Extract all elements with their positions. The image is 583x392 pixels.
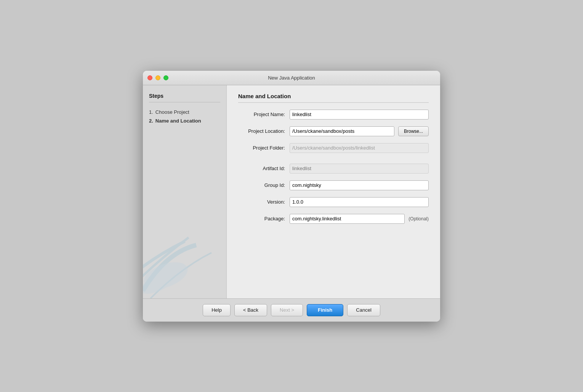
- package-row: Package: (Optional): [238, 214, 429, 224]
- package-label: Package:: [238, 216, 290, 221]
- step-1-number: 1.: [149, 109, 153, 115]
- project-location-label: Project Location:: [238, 128, 290, 134]
- footer: Help < Back Next > Finish Cancel: [143, 298, 440, 322]
- project-location-input[interactable]: [290, 126, 394, 136]
- browse-button[interactable]: Browse...: [398, 126, 429, 136]
- section-title: Name and Location: [238, 93, 429, 103]
- window-controls: [147, 75, 168, 80]
- main-content: Name and Location Project Name: Project …: [227, 85, 440, 298]
- project-location-row: Project Location: Browse...: [238, 126, 429, 136]
- artifact-id-row: Artifact Id:: [238, 164, 429, 174]
- cancel-button[interactable]: Cancel: [347, 304, 380, 316]
- steps-list: 1.Choose Project 2.Name and Location: [149, 108, 220, 125]
- group-id-input[interactable]: [290, 180, 429, 190]
- next-button[interactable]: Next >: [271, 304, 303, 316]
- project-folder-label: Project Folder:: [238, 145, 290, 151]
- group-id-row: Group Id:: [238, 180, 429, 190]
- step-2-number: 2.: [149, 118, 153, 124]
- step-1: 1.Choose Project: [149, 108, 220, 116]
- version-label: Version:: [238, 199, 290, 205]
- step-2: 2.Name and Location: [149, 116, 220, 125]
- help-button[interactable]: Help: [203, 304, 231, 316]
- optional-label: (Optional): [408, 216, 429, 221]
- package-input[interactable]: [290, 214, 405, 224]
- window-title: New Java Application: [268, 75, 315, 81]
- minimize-button[interactable]: [155, 75, 160, 80]
- back-button[interactable]: < Back: [234, 304, 267, 316]
- sidebar-title: Steps: [149, 93, 220, 102]
- group-id-label: Group Id:: [238, 182, 290, 188]
- step-2-label: Name and Location: [155, 118, 201, 124]
- project-folder-input: [290, 143, 429, 153]
- version-input[interactable]: [290, 197, 429, 207]
- project-folder-row: Project Folder:: [238, 143, 429, 153]
- window-body: Steps 1.Choose Project 2.Name and Locati…: [143, 85, 440, 298]
- close-button[interactable]: [147, 75, 152, 80]
- step-1-label: Choose Project: [155, 109, 189, 115]
- titlebar: New Java Application: [143, 71, 440, 85]
- artifact-id-label: Artifact Id:: [238, 166, 290, 171]
- artifact-id-input: [290, 164, 429, 174]
- maximize-button[interactable]: [163, 75, 168, 80]
- main-window: New Java Application Steps 1.Choose Proj…: [143, 71, 440, 322]
- watermark-graphic: [143, 222, 227, 298]
- project-name-input[interactable]: [290, 110, 429, 120]
- finish-button[interactable]: Finish: [307, 304, 343, 316]
- project-name-label: Project Name:: [238, 112, 290, 117]
- version-row: Version:: [238, 197, 429, 207]
- project-name-row: Project Name:: [238, 110, 429, 120]
- sidebar: Steps 1.Choose Project 2.Name and Locati…: [143, 85, 227, 298]
